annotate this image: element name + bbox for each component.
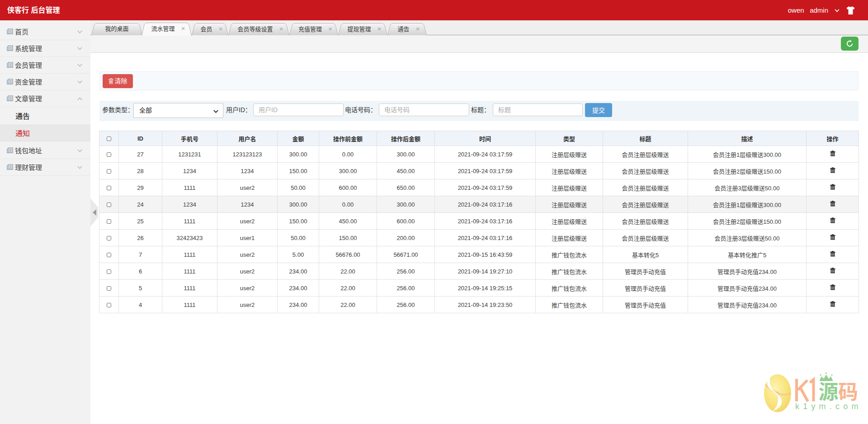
svg-text:源: 源 (819, 376, 839, 405)
svg-text:k1ym.com: k1ym.com (795, 402, 862, 411)
svg-text:码: 码 (838, 376, 858, 405)
